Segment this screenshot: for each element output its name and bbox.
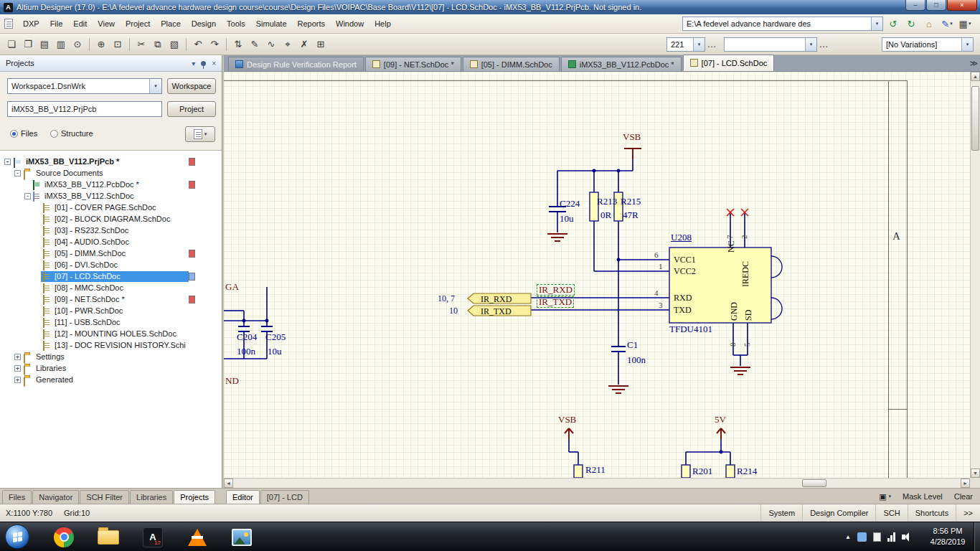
designator-c204[interactable]: C204 <box>237 332 257 342</box>
workspace-dropdown-icon[interactable]: ▾ <box>149 79 161 93</box>
design-compiler-button[interactable]: Design Compiler <box>802 504 875 522</box>
close-button[interactable]: × <box>947 0 977 11</box>
sch-panels-button[interactable]: SCH <box>875 504 907 522</box>
home-icon[interactable]: ⌂ <box>921 17 937 31</box>
panel-options-button[interactable]: ▾ <box>185 126 215 142</box>
network-icon[interactable] <box>887 532 895 542</box>
collapse-icon[interactable]: - <box>24 193 31 199</box>
shortcuts-button[interactable]: Shortcuts <box>908 504 956 522</box>
print-preview-icon[interactable]: ⊙ <box>70 37 85 52</box>
expand-icon[interactable]: + <box>14 354 21 360</box>
expand-icon[interactable]: + <box>14 377 21 383</box>
grid-settings-icon[interactable]: ⊞ <box>313 37 329 52</box>
tab-net-schdoc[interactable]: [09] - NET.SchDoc * <box>365 57 461 71</box>
expand-icon[interactable]: + <box>14 365 21 372</box>
start-button[interactable] <box>5 524 29 549</box>
taskbar-chrome[interactable] <box>44 524 83 550</box>
address-dropdown-icon[interactable]: ▾ <box>871 17 882 30</box>
tab-dimm-schdoc[interactable]: [05] - DIMM.SchDoc <box>463 57 560 71</box>
titlebar[interactable]: A Altium Designer (17.0) - E:\A fedevel … <box>0 0 980 14</box>
tree-item-pcbdoc[interactable]: iMX53_BB_V112.PcbDoc * <box>0 179 222 191</box>
tree-item-13-doc-revision[interactable]: [13] - DOC REVISION HISTORY.Schi <box>0 340 222 352</box>
power-port-vsb-2[interactable]: VSB <box>558 415 576 425</box>
designator-c1[interactable]: C1 <box>627 340 638 350</box>
tree-item-schdoc-root[interactable]: - iMX53_BB_V112.SchDoc <box>0 191 222 202</box>
power-port-5v[interactable]: 5V <box>715 415 726 425</box>
print-icon[interactable]: ▥ <box>53 37 69 52</box>
move-icon[interactable]: ⇅ <box>230 37 246 52</box>
panel-tab-navigator[interactable]: Navigator <box>32 490 79 504</box>
tree-item-11-usb[interactable]: [11] - USB.SchDoc <box>0 317 222 329</box>
designator-c224[interactable]: C224 <box>560 199 580 209</box>
menu-reports[interactable]: Reports <box>293 17 331 30</box>
taskbar-explorer[interactable] <box>89 524 128 550</box>
project-field[interactable]: iMX53_BB_V112.PrjPcb <box>7 101 162 117</box>
zoom-dropdown-icon[interactable]: ▾ <box>693 38 705 51</box>
panel-tab-libraries[interactable]: Libraries <box>130 490 173 504</box>
tree-item-10-pwr[interactable]: [10] - PWR.SchDoc <box>0 306 222 317</box>
collapse-icon[interactable]: - <box>14 170 21 176</box>
structure-radio[interactable]: Structure <box>50 129 93 138</box>
editor-tab[interactable]: Editor <box>226 490 260 504</box>
schematic-canvas[interactable]: VSB C224 10u R213 0R R215 47R U208 TFDU4… <box>224 72 970 478</box>
value-r215[interactable]: 47R <box>623 210 639 220</box>
pin-icon[interactable] <box>201 61 206 66</box>
tree-item-09-net[interactable]: [09] - NET.SchDoc * <box>0 294 222 306</box>
horizontal-scroll-thumb[interactable] <box>802 479 826 487</box>
designator-r211[interactable]: R211 <box>585 465 606 475</box>
tree-item-03-rs232[interactable]: [03] - RS232.SchDoc <box>0 225 222 237</box>
paste-icon[interactable]: ▧ <box>166 37 182 52</box>
value-c205[interactable]: 10u <box>268 347 282 357</box>
value-c1[interactable]: 100n <box>627 355 646 365</box>
variations-combo[interactable]: [No Variations] ▾ <box>882 37 974 52</box>
pencil-icon[interactable]: ✎▾ <box>939 17 955 31</box>
project-button[interactable]: Project <box>167 101 216 117</box>
wiring-icon[interactable]: ∿ <box>263 37 279 52</box>
designator-r214[interactable]: R214 <box>737 466 757 476</box>
tab-design-rule-report[interactable]: Design Rule Verification Report <box>228 57 364 71</box>
value-c204[interactable]: 100n <box>237 347 255 357</box>
filter-more-button[interactable]: … <box>818 37 829 52</box>
files-radio[interactable]: Files <box>10 129 37 138</box>
menu-edit[interactable]: Edit <box>68 17 92 30</box>
menu-help[interactable]: Help <box>369 17 396 30</box>
minimize-button[interactable]: – <box>905 0 925 11</box>
workspace-button[interactable]: Workspace <box>167 78 216 94</box>
menu-view[interactable]: View <box>93 17 120 30</box>
power-port-vsb[interactable]: VSB <box>623 132 641 142</box>
menu-dxp[interactable]: DXP <box>18 17 44 30</box>
menu-simulate[interactable]: Simulate <box>251 17 292 30</box>
net-label-ir-txd[interactable]: IR_TXD <box>537 296 574 308</box>
system-panels-button[interactable]: System <box>760 504 802 522</box>
mask-options-button[interactable]: ▣ ▾ <box>874 491 896 503</box>
menu-place[interactable]: Place <box>156 17 186 30</box>
tree-item-05-dimm[interactable]: [05] - DIMM.SchDoc <box>0 248 222 260</box>
panel-menu-icon[interactable]: ▾ <box>192 60 195 67</box>
panel-tab-sch-filter[interactable]: SCH Filter <box>80 490 129 504</box>
volume-icon[interactable] <box>902 534 905 540</box>
tab-overflow-icon[interactable]: ≫ <box>969 59 978 68</box>
show-desktop-button[interactable] <box>974 522 980 551</box>
scroll-down-icon[interactable]: ▼ <box>971 468 980 478</box>
tree-item-settings[interactable]: + Settings <box>0 352 222 363</box>
copy-icon[interactable]: ⧉ <box>150 37 166 52</box>
open-document-icon[interactable]: ❐ <box>20 37 36 52</box>
net-label-nd[interactable]: ND <box>225 376 239 386</box>
more-panels-button[interactable]: >> <box>956 504 980 522</box>
cut-icon[interactable]: ✂ <box>133 37 149 52</box>
clear-button[interactable]: Clear <box>949 491 978 502</box>
filter-combo[interactable]: ▾ <box>724 37 817 52</box>
tree-item-source-documents[interactable]: - Source Documents <box>0 168 222 179</box>
tree-item-generated[interactable]: + Generated <box>0 375 222 386</box>
menu-project[interactable]: Project <box>121 17 155 30</box>
designator-r215[interactable]: R215 <box>621 197 641 207</box>
zoom-more-button[interactable]: … <box>706 37 717 52</box>
delete-icon[interactable]: ✗ <box>296 37 312 52</box>
scroll-up-icon[interactable]: ▲ <box>971 72 980 81</box>
port-ir-txd[interactable]: IR_TXD <box>481 306 512 316</box>
net-label-ir-rxd[interactable]: IR_RXD <box>537 284 575 296</box>
tree-item-08-mmc[interactable]: [08] - MMC.SchDoc <box>0 283 222 294</box>
designator-c205[interactable]: C205 <box>265 332 286 342</box>
workspace-combo[interactable]: Workspace1.DsnWrk ▾ <box>7 78 162 94</box>
tree-item-06-dvi[interactable]: [06] - DVI.SchDoc <box>0 260 222 271</box>
